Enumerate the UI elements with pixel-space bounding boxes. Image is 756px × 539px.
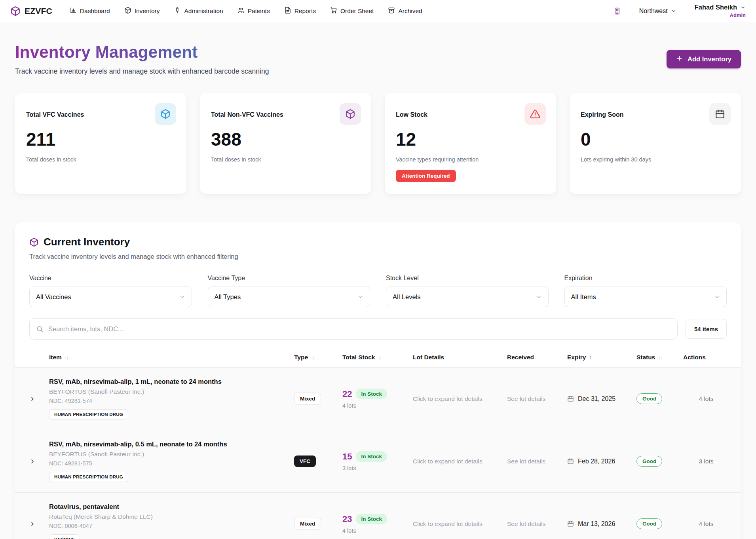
- item-ndc: NDC: 49281-575: [49, 460, 294, 467]
- lot-details-hint[interactable]: Click to expand lot details: [413, 395, 507, 402]
- table-header-row: Item↑↓ Type↑↓ Total Stock↑↓ Lot Details …: [15, 351, 741, 367]
- actions-lots[interactable]: 4 lots: [683, 520, 729, 528]
- stock-count: 22: [342, 389, 352, 399]
- vaccine-select[interactable]: All Vaccines: [29, 287, 192, 307]
- attention-required-badge: Attention Required: [396, 170, 456, 182]
- stat-label: Total Non-VFC Vaccines: [211, 111, 360, 118]
- bar-chart-icon: [70, 7, 77, 15]
- expand-chevron-icon[interactable]: [27, 458, 49, 465]
- nav-item-patients[interactable]: Patients: [232, 4, 275, 19]
- lot-details-hint[interactable]: Click to expand lot details: [413, 458, 507, 465]
- archive-icon: [388, 7, 395, 15]
- status-badge: Good: [636, 393, 662, 404]
- expiry-date: Mar 13, 2026: [578, 520, 615, 528]
- stat-value: 211: [26, 129, 175, 150]
- table-row[interactable]: Rotavirus, pentavalent RotaTeq (Merck Sh…: [15, 492, 741, 539]
- page-header: Inventory Management Track vaccine inven…: [15, 43, 269, 76]
- calendar-icon: [567, 395, 574, 402]
- chevron-down-icon: [714, 294, 720, 300]
- in-stock-badge: In Stock: [356, 451, 387, 462]
- user-name-button[interactable]: Fahad Sheikh: [695, 4, 746, 11]
- item-name: RSV, mAb, nirsevimab-alip, 1 mL, neonate…: [49, 378, 294, 385]
- package-icon: [124, 7, 131, 15]
- cart-icon: [330, 7, 337, 15]
- expiry-date: Dec 31, 2025: [578, 395, 615, 402]
- search-icon: [36, 325, 44, 333]
- stock-level-select[interactable]: All Levels: [386, 287, 549, 307]
- alert-triangle-icon: [524, 103, 546, 125]
- nav-item-reports[interactable]: Reports: [279, 4, 321, 19]
- col-expiry: Expiry↑: [567, 354, 636, 361]
- region-select[interactable]: Northwest: [639, 8, 676, 15]
- sort-icon[interactable]: ↑↓: [378, 355, 381, 361]
- nav-item-archived[interactable]: Archived: [382, 4, 427, 19]
- col-status: Status↑↓: [636, 354, 683, 361]
- item-manufacturer: BEYFORTUS (Sanofi Pasteur Inc.): [49, 451, 294, 458]
- inventory-table: Item↑↓ Type↑↓ Total Stock↑↓ Lot Details …: [15, 351, 741, 539]
- stat-card-total-vfc: Total VFC Vaccines 211 Total doses in st…: [15, 93, 186, 194]
- sort-icon[interactable]: ↑↓: [65, 355, 68, 361]
- users-icon: [237, 7, 245, 15]
- table-row[interactable]: RSV, mAb, nirsevimab-alip, 0.5 mL, neona…: [15, 430, 741, 492]
- filter-stock-level: Stock Level All Levels: [386, 275, 549, 307]
- lot-count: 3 lots: [342, 465, 413, 471]
- nav-item-dashboard[interactable]: Dashboard: [64, 4, 116, 19]
- type-badge: VFC: [294, 455, 316, 467]
- stat-label: Expiring Soon: [581, 111, 730, 118]
- stat-label: Low Stock: [396, 111, 545, 118]
- vaccine-type-select[interactable]: All Types: [208, 287, 370, 307]
- in-stock-badge: In Stock: [356, 514, 387, 524]
- package-icon: [29, 237, 39, 247]
- sort-icon[interactable]: ↑↓: [658, 355, 661, 361]
- received-link[interactable]: See lot details: [507, 520, 567, 528]
- filter-vaccine-type: Vaccine Type All Types: [208, 275, 370, 307]
- expand-chevron-icon[interactable]: [27, 396, 49, 402]
- stat-label: Total VFC Vaccines: [26, 111, 175, 118]
- received-link[interactable]: See lot details: [507, 395, 567, 402]
- stat-sub: Vaccine types requiring attention: [396, 156, 545, 163]
- sort-asc-icon[interactable]: ↑: [589, 354, 591, 361]
- stat-card-total-nonvfc: Total Non-VFC Vaccines 388 Total doses i…: [200, 93, 371, 194]
- stat-sub: Total doses in stock: [26, 156, 175, 163]
- top-nav: EZVFC Dashboard Inventory Administration…: [0, 0, 756, 22]
- section-subtitle: Track vaccine inventory levels and manag…: [29, 253, 727, 260]
- facility-building-icon[interactable]: [613, 7, 621, 15]
- section-title: Current Inventory: [44, 236, 130, 248]
- search-input[interactable]: [48, 325, 671, 333]
- user-role-badge: Admin: [695, 12, 746, 18]
- col-total-stock: Total Stock↑↓: [342, 354, 413, 361]
- item-ndc: NDC: 0006-4047: [49, 523, 294, 529]
- file-text-icon: [284, 7, 291, 15]
- stock-count: 23: [342, 514, 352, 524]
- filter-expiration: Expiration All Items: [564, 275, 727, 307]
- brand[interactable]: EZVFC: [10, 6, 52, 16]
- plus-icon: [676, 55, 683, 63]
- expiration-select[interactable]: All Items: [564, 287, 727, 307]
- item-category-badge: VACCINE: [49, 534, 80, 539]
- col-actions: Actions: [683, 354, 729, 361]
- actions-lots[interactable]: 4 lots: [683, 395, 729, 402]
- status-badge: Good: [636, 456, 662, 467]
- stat-card-expiring-soon: Expiring Soon 0 Lots expiring within 30 …: [570, 93, 741, 194]
- sort-icon[interactable]: ↑↓: [311, 355, 314, 361]
- col-lot-details: Lot Details: [413, 354, 507, 361]
- type-badge: Mixed: [294, 518, 321, 530]
- nav-item-inventory[interactable]: Inventory: [119, 4, 165, 19]
- add-inventory-button[interactable]: Add Inventory: [667, 50, 741, 68]
- lot-details-hint[interactable]: Click to expand lot details: [413, 520, 507, 528]
- nav-item-administration[interactable]: Administration: [168, 4, 228, 19]
- lot-count: 4 lots: [342, 528, 413, 534]
- filter-vaccine: Vaccine All Vaccines: [29, 275, 192, 307]
- package-icon: [340, 103, 361, 125]
- chevron-down-icon: [179, 294, 185, 300]
- region-label: Northwest: [639, 8, 668, 15]
- stat-sub: Total doses in stock: [211, 156, 360, 163]
- syringe-icon: [174, 7, 181, 15]
- received-link[interactable]: See lot details: [507, 458, 567, 465]
- table-row[interactable]: RSV, mAb, nirsevimab-alip, 1 mL, neonate…: [15, 367, 741, 430]
- page-subtitle: Track vaccine inventory levels and manag…: [15, 67, 269, 76]
- actions-lots[interactable]: 3 lots: [683, 458, 729, 465]
- nav-item-order-sheet[interactable]: Order Sheet: [325, 4, 379, 19]
- expand-chevron-icon[interactable]: [27, 521, 49, 527]
- brand-name: EZVFC: [25, 6, 52, 16]
